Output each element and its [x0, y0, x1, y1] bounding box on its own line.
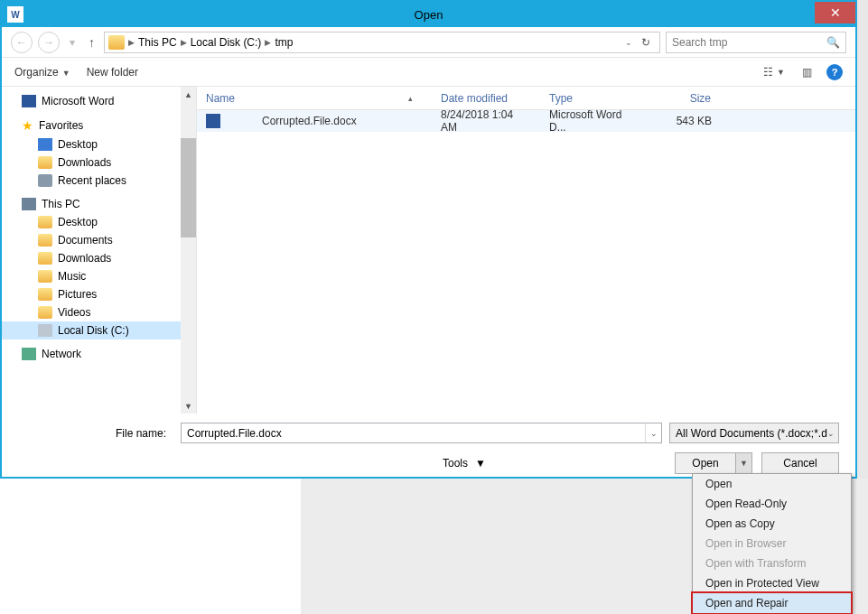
breadcrumb-thispc[interactable]: This PC: [138, 36, 177, 49]
filename-input[interactable]: [182, 427, 645, 440]
tree-pc-desktop[interactable]: Desktop: [2, 213, 196, 231]
tree-fav-recent[interactable]: Recent places: [2, 172, 196, 190]
col-name-header[interactable]: Name▴: [197, 92, 432, 105]
filter-label: All Word Documents (*.docx;*.d: [676, 427, 827, 440]
tree-pc-videos[interactable]: Videos: [2, 303, 196, 321]
filename-dropdown-icon[interactable]: ⌄: [645, 423, 661, 442]
tree-fav-downloads[interactable]: Downloads: [2, 154, 196, 172]
close-button[interactable]: ✕: [815, 2, 855, 23]
file-size: 543 KB: [649, 115, 721, 127]
tree-pc-pictures[interactable]: Pictures: [2, 285, 196, 303]
cancel-button[interactable]: Cancel: [761, 452, 839, 474]
titlebar: W Open ✕: [2, 2, 855, 27]
scroll-down-icon[interactable]: ▼: [181, 398, 196, 414]
search-icon[interactable]: 🔍: [826, 36, 840, 49]
chevron-down-icon: ▼: [475, 457, 486, 470]
tree-word[interactable]: Microsoft Word: [2, 92, 196, 110]
file-name: Corrupted.File.docx: [262, 115, 357, 127]
tree-pc-documents[interactable]: Documents: [2, 231, 196, 249]
breadcrumb-disk[interactable]: Local Disk (C:): [191, 36, 262, 49]
column-headers: Name▴ Date modified Type Size: [197, 87, 855, 110]
folder-icon: [38, 252, 52, 265]
tree-thispc[interactable]: This PC: [2, 195, 196, 213]
file-date: 8/24/2018 1:04 AM: [432, 108, 540, 134]
view-options-button[interactable]: ☷ ▼: [761, 62, 787, 82]
menu-open-readonly[interactable]: Open Read-Only: [693, 494, 851, 514]
star-icon: ★: [22, 118, 33, 133]
menu-open-copy[interactable]: Open as Copy: [693, 514, 851, 534]
folder-icon: [108, 35, 125, 50]
up-button[interactable]: ↑: [85, 35, 98, 50]
folder-icon: [38, 306, 52, 319]
col-type-header[interactable]: Type: [540, 92, 649, 105]
open-button[interactable]: Open ▼: [675, 452, 752, 474]
tools-menu[interactable]: Tools▼: [443, 457, 486, 470]
col-size-header[interactable]: Size: [649, 92, 721, 105]
col-date-header[interactable]: Date modified: [432, 92, 540, 105]
desktop-icon: [38, 138, 52, 151]
refresh-button[interactable]: ↻: [636, 36, 656, 49]
breadcrumb-sep-icon: ▶: [265, 38, 271, 47]
pc-icon: [22, 198, 36, 210]
filter-dropdown-icon[interactable]: ⌄: [827, 429, 835, 438]
filename-combo[interactable]: ⌄: [181, 423, 662, 443]
dialog-body: Microsoft Word ★Favorites Desktop Downlo…: [2, 87, 855, 414]
word-icon: [22, 95, 36, 107]
folder-icon: [38, 288, 52, 301]
search-box[interactable]: 🔍: [666, 32, 846, 53]
tree-pc-disk[interactable]: Local Disk (C:): [2, 321, 196, 340]
new-folder-button[interactable]: New folder: [87, 66, 138, 79]
menu-open-repair[interactable]: Open and Repair: [691, 591, 853, 614]
forward-button[interactable]: →: [38, 32, 60, 53]
word-app-icon: W: [7, 6, 23, 23]
folder-icon: [38, 216, 52, 228]
filetype-filter[interactable]: All Word Documents (*.docx;*.d ⌄: [669, 423, 839, 443]
history-dropdown[interactable]: ▾: [65, 32, 79, 53]
menu-open-browser: Open in Browser: [693, 534, 851, 554]
folder-icon: [38, 156, 52, 169]
preview-pane-button[interactable]: ▥: [794, 62, 819, 82]
file-list-pane: Name▴ Date modified Type Size Corrupted.…: [197, 87, 855, 414]
organize-menu[interactable]: Organize▼: [14, 66, 70, 79]
sort-asc-icon: ▴: [408, 94, 413, 103]
folder-icon: [38, 234, 52, 247]
recent-icon: [38, 174, 52, 187]
scroll-thumb[interactable]: [181, 138, 196, 237]
tree-fav-desktop[interactable]: Desktop: [2, 135, 196, 154]
search-input[interactable]: [672, 36, 826, 49]
tree-pc-music[interactable]: Music: [2, 267, 196, 285]
open-dialog-window: W Open ✕ ← → ▾ ↑ ▶ This PC ▶ Local Disk …: [0, 0, 857, 479]
file-row[interactable]: Corrupted.File.docx 8/24/2018 1:04 AM Mi…: [197, 110, 855, 132]
address-bar[interactable]: ▶ This PC ▶ Local Disk (C:) ▶ tmp ⌄ ↻: [104, 32, 660, 53]
tree-pc-downloads[interactable]: Downloads: [2, 249, 196, 267]
network-icon: [22, 348, 36, 360]
toolbar: Organize▼ New folder ☷ ▼ ▥ ?: [2, 58, 855, 87]
open-dropdown-menu: Open Open Read-Only Open as Copy Open in…: [692, 473, 852, 614]
open-split-dropdown[interactable]: ▼: [735, 453, 751, 473]
menu-open-transform: Open with Transform: [693, 554, 851, 573]
menu-open-protected[interactable]: Open in Protected View: [693, 573, 851, 593]
nav-bar: ← → ▾ ↑ ▶ This PC ▶ Local Disk (C:) ▶ tm…: [2, 27, 855, 58]
addr-dropdown-icon[interactable]: ⌄: [625, 38, 632, 47]
window-title: Open: [415, 8, 443, 22]
folder-icon: [38, 270, 52, 283]
breadcrumb-sep-icon: ▶: [181, 38, 187, 47]
menu-open[interactable]: Open: [693, 474, 851, 494]
filename-label: File name:: [18, 427, 173, 440]
tree-scrollbar[interactable]: ▲ ▼: [181, 87, 196, 414]
help-button[interactable]: ?: [826, 64, 843, 80]
breadcrumb-tmp[interactable]: tmp: [275, 36, 293, 49]
breadcrumb-sep-icon: ▶: [128, 38, 135, 47]
nav-tree: Microsoft Word ★Favorites Desktop Downlo…: [2, 87, 197, 414]
docx-icon: [206, 114, 220, 128]
tree-favorites[interactable]: ★Favorites: [2, 116, 196, 135]
tree-network[interactable]: Network: [2, 345, 196, 363]
back-button[interactable]: ←: [11, 32, 33, 53]
disk-icon: [38, 324, 52, 337]
file-type: Microsoft Word D...: [540, 108, 649, 134]
scroll-up-icon[interactable]: ▲: [181, 87, 196, 102]
